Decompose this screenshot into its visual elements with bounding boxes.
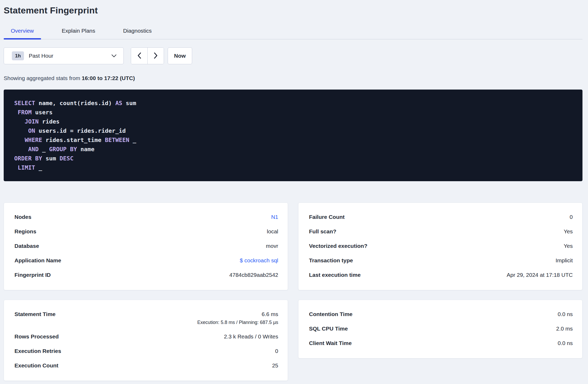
tab-explain-plans[interactable]: Explain Plans bbox=[55, 27, 102, 39]
time-picker-controls: 1h Past Hour Now bbox=[4, 47, 582, 64]
stat-label: Execution Count bbox=[14, 362, 58, 369]
stat-row: Failure Count0 bbox=[309, 210, 573, 224]
stat-label: Statement Time bbox=[14, 311, 56, 318]
stat-value: Yes bbox=[564, 242, 573, 249]
stat-value: 0.0 ns bbox=[558, 339, 573, 347]
page-title: Statement Fingerprint bbox=[4, 5, 582, 16]
stat-value: 25 bbox=[272, 362, 278, 369]
stat-row: Fingerprint ID4784cb829aab2542 bbox=[14, 268, 278, 282]
stat-label: Last execution time bbox=[309, 271, 361, 278]
stat-value: N1 bbox=[271, 213, 278, 220]
stat-row: Databasemovr bbox=[14, 239, 278, 253]
stats-line-range: 16:00 to 17:22 (UTC) bbox=[82, 75, 135, 81]
stat-row: SQL CPU Time2.0 ms bbox=[309, 321, 573, 336]
stat-value: 4784cb829aab2542 bbox=[229, 271, 278, 278]
stat-label: Execution Retries bbox=[14, 347, 61, 355]
stat-row: Regionslocal bbox=[14, 224, 278, 239]
stat-value: local bbox=[267, 228, 278, 235]
stat-label: Application Name bbox=[14, 257, 61, 264]
stat-row: Statement Time6.6 msExecution: 5.8 ms / … bbox=[14, 307, 278, 329]
stat-value: Yes bbox=[564, 228, 573, 235]
stat-subvalue: Execution: 5.8 ms / Planning: 687.5 µs bbox=[197, 319, 278, 326]
stat-value: 0.0 ns bbox=[558, 311, 573, 318]
sql-statement-box: SELECT name, count(rides.id) AS sum FROM… bbox=[4, 90, 582, 181]
tab-overview[interactable]: Overview bbox=[4, 27, 41, 39]
stat-value: 0 bbox=[275, 347, 278, 355]
sql-line: AND _ GROUP BY name bbox=[14, 145, 572, 154]
stat-value-link[interactable]: N1 bbox=[271, 214, 278, 220]
sql-line: SELECT name, count(rides.id) AS sum bbox=[14, 99, 572, 108]
prev-time-button[interactable] bbox=[131, 48, 147, 64]
statement-fingerprint-page: Statement Fingerprint OverviewExplain Pl… bbox=[0, 0, 588, 381]
stat-row: Rows Processed2.3 k Reads / 0 Writes bbox=[14, 329, 278, 344]
stat-value: 6.6 msExecution: 5.8 ms / Planning: 687.… bbox=[197, 311, 278, 326]
wait-time-card: Contention Time0.0 nsSQL CPU Time2.0 msC… bbox=[298, 300, 582, 358]
stat-row: Execution Count25 bbox=[14, 358, 278, 373]
stat-row: Execution Retries0 bbox=[14, 344, 278, 358]
stat-row: NodesN1 bbox=[14, 210, 278, 224]
stat-row: Vectorized execution?Yes bbox=[309, 239, 573, 253]
summary-cards-grid: NodesN1RegionslocalDatabasemovrApplicati… bbox=[4, 203, 582, 381]
stat-label: Database bbox=[14, 242, 39, 249]
stat-value: 2.3 k Reads / 0 Writes bbox=[224, 333, 278, 340]
stat-label: Failure Count bbox=[309, 213, 345, 220]
stat-value: movr bbox=[266, 242, 278, 249]
time-range-badge: 1h bbox=[12, 51, 24, 60]
sql-line: FROM users bbox=[14, 108, 572, 117]
stat-label: Vectorized execution? bbox=[309, 242, 367, 249]
chevron-right-icon bbox=[153, 52, 158, 60]
time-range-dropdown[interactable]: 1h Past Hour bbox=[4, 47, 124, 64]
stat-label: Nodes bbox=[14, 213, 31, 220]
stat-label: Full scan? bbox=[309, 228, 336, 235]
sql-line: LIMIT _ bbox=[14, 163, 572, 172]
stat-row: Client Wait Time0.0 ns bbox=[309, 336, 573, 350]
stats-line-prefix: Showing aggregated stats from bbox=[4, 75, 82, 81]
now-button[interactable]: Now bbox=[168, 47, 192, 64]
sql-line: ON users.id = rides.rider_id bbox=[14, 126, 572, 135]
execution-attributes-card: Failure Count0Full scan?YesVectorized ex… bbox=[298, 203, 582, 290]
chevron-down-icon bbox=[111, 54, 117, 57]
overview-details-card: NodesN1RegionslocalDatabasemovrApplicati… bbox=[4, 203, 288, 290]
stat-label: Fingerprint ID bbox=[14, 271, 51, 278]
statement-performance-card: Statement Time6.6 msExecution: 5.8 ms / … bbox=[4, 300, 288, 381]
chevron-left-icon bbox=[137, 52, 142, 60]
time-range-label: Past Hour bbox=[29, 53, 53, 59]
sql-line: ORDER BY sum DESC bbox=[14, 154, 572, 163]
sql-line: WHERE rides.start_time BETWEEN _ bbox=[14, 135, 572, 145]
stat-row: Last execution timeApr 29, 2024 at 17:18… bbox=[309, 268, 573, 282]
stat-label: Regions bbox=[14, 228, 36, 235]
stat-value: Apr 29, 2024 at 17:18 UTC bbox=[507, 271, 573, 278]
tab-diagnostics[interactable]: Diagnostics bbox=[116, 27, 159, 39]
stat-value: $ cockroach sql bbox=[240, 257, 278, 264]
stat-label: Rows Processed bbox=[14, 333, 59, 340]
stat-value: 2.0 ms bbox=[556, 325, 573, 332]
next-time-button[interactable] bbox=[147, 48, 164, 64]
stat-label: Transaction type bbox=[309, 257, 353, 264]
time-nav-group bbox=[131, 47, 164, 64]
stat-value: Implicit bbox=[556, 257, 573, 264]
stat-value: 0 bbox=[570, 213, 573, 220]
stat-label: Client Wait Time bbox=[309, 339, 352, 347]
stat-row: Full scan?Yes bbox=[309, 224, 573, 239]
stat-row: Contention Time0.0 ns bbox=[309, 307, 573, 321]
sql-line: JOIN rides bbox=[14, 117, 572, 126]
stat-value-link[interactable]: $ cockroach sql bbox=[240, 257, 278, 263]
stat-row: Transaction typeImplicit bbox=[309, 253, 573, 268]
stat-label: Contention Time bbox=[309, 311, 352, 318]
stat-label: SQL CPU Time bbox=[309, 325, 348, 332]
stat-row: Application Name$ cockroach sql bbox=[14, 253, 278, 268]
aggregated-stats-line: Showing aggregated stats from 16:00 to 1… bbox=[4, 75, 582, 82]
tab-bar: OverviewExplain PlansDiagnostics bbox=[4, 27, 582, 40]
